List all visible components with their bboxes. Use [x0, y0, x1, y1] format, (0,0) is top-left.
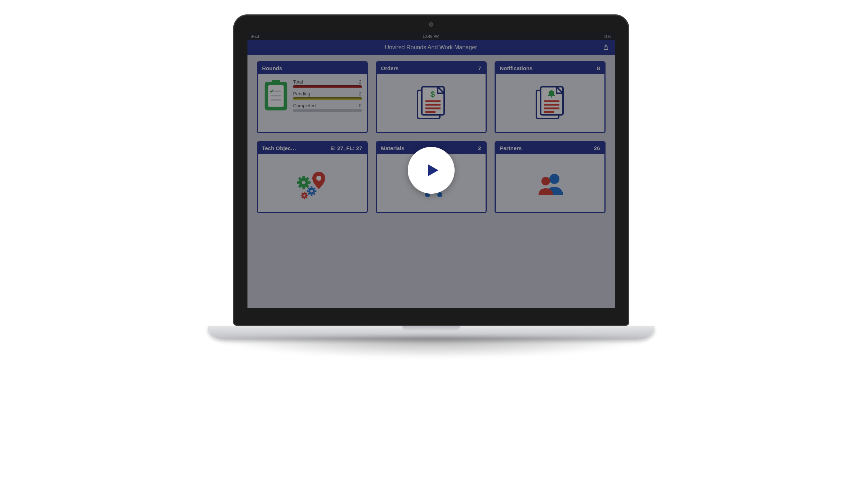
- stat-label: Total: [293, 79, 303, 85]
- stat-total: Total 2: [293, 79, 362, 88]
- svg-line-25: [299, 178, 300, 179]
- svg-point-54: [549, 174, 559, 184]
- svg-text:$: $: [430, 90, 434, 99]
- card-body-rounds: Total 2 Pending 2: [258, 74, 367, 132]
- svg-line-47: [302, 197, 302, 198]
- svg-point-55: [541, 177, 550, 185]
- stat-value: 2: [359, 79, 361, 85]
- svg-point-13: [551, 96, 552, 98]
- status-device-label: iPad: [251, 34, 259, 39]
- stat-completed: Completed 0: [293, 103, 362, 112]
- card-count: 8: [597, 65, 600, 71]
- card-title: Materials: [381, 145, 405, 151]
- laptop-bezel: iPad 13:49 PM 71% Unvired Rounds And Wor…: [233, 14, 629, 326]
- laptop-shadow: [208, 337, 655, 358]
- svg-line-35: [308, 188, 309, 189]
- svg-line-37: [308, 193, 309, 194]
- svg-line-45: [302, 193, 302, 193]
- card-title: Partners: [500, 145, 522, 151]
- card-notifications[interactable]: Notifications 8: [495, 61, 606, 133]
- status-battery: 71%: [603, 34, 611, 39]
- card-tech-objects[interactable]: Tech Objec… E: 27, FL: 27: [257, 141, 368, 213]
- stage: iPad 13:49 PM 71% Unvired Rounds And Wor…: [0, 0, 862, 504]
- gears-pin-icon: [291, 162, 334, 205]
- card-count: 7: [478, 65, 481, 71]
- stat-bar-completed: [293, 109, 362, 112]
- svg-point-20: [302, 181, 305, 184]
- card-body-orders: $: [377, 74, 486, 132]
- dashboard-grid: Rounds: [247, 55, 615, 220]
- svg-line-48: [306, 193, 307, 193]
- people-icon: [528, 162, 572, 205]
- ipad-status-bar: iPad 13:49 PM 71%: [247, 32, 615, 40]
- svg-rect-3: [271, 80, 280, 85]
- card-header-orders: Orders 7: [377, 62, 486, 74]
- svg-line-27: [299, 186, 300, 187]
- camera-icon: [429, 22, 433, 27]
- svg-line-46: [306, 197, 307, 198]
- app-navbar: Unvired Rounds And Work Manager: [247, 40, 615, 55]
- rounds-stats: Total 2 Pending 2: [293, 79, 362, 112]
- stat-value: 0: [359, 103, 361, 108]
- card-header-rounds: Rounds: [258, 62, 367, 74]
- share-icon[interactable]: [603, 44, 609, 51]
- card-count: E: 27, FL: 27: [330, 145, 362, 151]
- svg-point-18: [316, 176, 321, 181]
- status-time: 13:49 PM: [423, 34, 439, 39]
- laptop-frame: iPad 13:49 PM 71% Unvired Rounds And Wor…: [233, 14, 629, 358]
- card-count: 26: [594, 145, 600, 151]
- card-title: Notifications: [500, 65, 533, 71]
- svg-point-40: [303, 194, 305, 197]
- navbar-title: Unvired Rounds And Work Manager: [385, 44, 477, 51]
- svg-line-38: [314, 188, 315, 189]
- svg-point-30: [310, 190, 313, 192]
- stat-pending: Pending 2: [293, 91, 362, 100]
- document-bell-icon: [528, 82, 572, 125]
- card-header-tech-objects: Tech Objec… E: 27, FL: 27: [258, 142, 367, 154]
- card-title: Rounds: [262, 65, 282, 71]
- stat-bar-total: [293, 85, 362, 88]
- card-rounds[interactable]: Rounds: [257, 61, 368, 133]
- svg-line-28: [307, 178, 308, 179]
- card-body-notifications: [496, 74, 604, 132]
- stat-label: Pending: [293, 91, 311, 96]
- card-body-tech-objects: [258, 154, 367, 212]
- card-partners[interactable]: Partners 26: [495, 141, 606, 213]
- stat-value: 2: [359, 91, 361, 96]
- card-title: Orders: [381, 65, 399, 71]
- invoice-dollar-icon: $: [410, 82, 453, 125]
- clipboard-icon: [263, 79, 289, 112]
- svg-point-50: [437, 192, 442, 197]
- stat-bar-pending: [293, 97, 362, 100]
- svg-line-36: [314, 193, 315, 194]
- card-count: 2: [478, 145, 481, 151]
- card-body-partners: [496, 154, 604, 212]
- card-header-notifications: Notifications 8: [496, 62, 604, 74]
- play-button[interactable]: [408, 147, 455, 194]
- card-title: Tech Objec…: [262, 145, 296, 151]
- card-header-partners: Partners 26: [496, 142, 604, 154]
- stat-label: Completed: [293, 103, 316, 108]
- svg-line-26: [307, 186, 308, 187]
- card-orders[interactable]: Orders 7 $: [376, 61, 487, 133]
- screen: iPad 13:49 PM 71% Unvired Rounds And Wor…: [247, 32, 615, 308]
